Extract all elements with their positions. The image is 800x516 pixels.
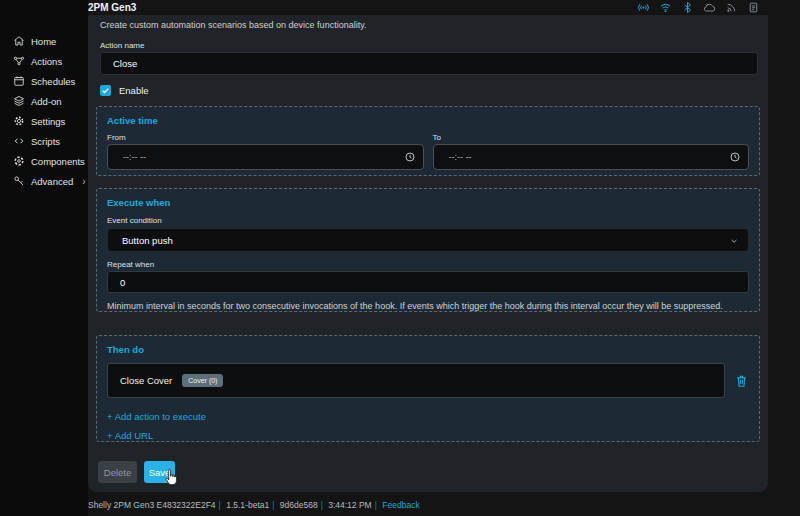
active-time-title: Active time bbox=[107, 115, 749, 126]
execute-when-title: Execute when bbox=[107, 197, 749, 208]
sidebar-item-home[interactable]: Home bbox=[0, 31, 88, 51]
sidebar-item-label: Schedules bbox=[31, 76, 75, 87]
chevron-down-icon bbox=[729, 236, 739, 246]
feedback-link[interactable]: Feedback bbox=[382, 500, 419, 510]
footer-time: 3:44:12 PM bbox=[328, 500, 371, 510]
to-label: To bbox=[433, 133, 750, 142]
footer-separator: | bbox=[219, 500, 221, 510]
from-time-input[interactable] bbox=[107, 144, 424, 170]
execute-when-section: Execute when Event condition Button push… bbox=[96, 188, 760, 312]
clock-icon[interactable] bbox=[404, 151, 416, 163]
sidebar-item-label: Advanced bbox=[31, 176, 73, 187]
event-condition-select[interactable]: Button push bbox=[107, 228, 749, 252]
sidebar-item-components[interactable]: Components bbox=[0, 151, 88, 171]
access-point-icon[interactable] bbox=[637, 1, 650, 14]
sidebar-item-addon[interactable]: Add-on bbox=[0, 91, 88, 111]
enable-checkbox[interactable] bbox=[100, 85, 111, 96]
footer-separator: | bbox=[321, 500, 323, 510]
code-icon bbox=[13, 135, 25, 147]
main-panel: Create custom automation scenarios based… bbox=[88, 15, 768, 492]
footer-version: 1.5.1-beta1 bbox=[226, 500, 269, 510]
device-title: 2PM Gen3 bbox=[88, 2, 136, 13]
to-time-input[interactable] bbox=[433, 144, 750, 170]
repeat-when-input[interactable] bbox=[107, 271, 749, 293]
add-url-link[interactable]: + Add URL bbox=[107, 430, 749, 441]
cloud-icon[interactable] bbox=[703, 1, 716, 14]
footer-separator: | bbox=[375, 500, 377, 510]
configured-action[interactable]: Close Cover Cover (0) bbox=[107, 363, 725, 398]
debug-log-icon[interactable] bbox=[747, 1, 760, 14]
clock-icon[interactable] bbox=[729, 151, 741, 163]
footer-device-id: Shelly 2PM Gen3 E4832322E2F4 bbox=[88, 500, 216, 510]
sidebar-item-scripts[interactable]: Scripts bbox=[0, 131, 88, 151]
delete-button[interactable]: Delete bbox=[98, 461, 137, 483]
footer-build: 9d6de568 bbox=[280, 500, 318, 510]
mqtt-icon[interactable] bbox=[725, 1, 738, 14]
sidebar-item-settings[interactable]: Settings bbox=[0, 111, 88, 131]
key-icon bbox=[13, 175, 25, 187]
sidebar-item-label: Home bbox=[31, 36, 56, 47]
repeat-help-text: Minimum interval in seconds for two cons… bbox=[107, 301, 749, 312]
add-action-link[interactable]: + Add action to execute bbox=[107, 411, 749, 422]
event-condition-value: Button push bbox=[122, 235, 173, 246]
trash-icon[interactable] bbox=[734, 373, 749, 389]
then-do-section: Then do Close Cover Cover (0) + Add acti… bbox=[96, 335, 760, 442]
layers-icon bbox=[13, 95, 25, 107]
sidebar-item-advanced[interactable]: Advanced › bbox=[0, 171, 88, 191]
save-button[interactable]: Save bbox=[144, 461, 175, 483]
sidebar-item-label: Add-on bbox=[31, 96, 62, 107]
sidebar-item-label: Actions bbox=[31, 56, 62, 67]
calendar-icon bbox=[13, 75, 25, 87]
event-condition-label: Event condition bbox=[107, 216, 749, 225]
actions-icon bbox=[13, 55, 25, 67]
checkmark-icon bbox=[101, 86, 110, 95]
action-name-label: Action name bbox=[100, 41, 756, 50]
footer: Shelly 2PM Gen3 E4832322E2F4| 1.5.1-beta… bbox=[88, 500, 800, 510]
action-name-input[interactable] bbox=[100, 52, 758, 75]
action-target-badge: Cover (0) bbox=[182, 374, 223, 387]
action-label: Close Cover bbox=[120, 375, 172, 386]
sidebar-item-actions[interactable]: Actions bbox=[0, 51, 88, 71]
status-icons bbox=[637, 1, 760, 14]
page-description: Create custom automation scenarios based… bbox=[100, 20, 756, 30]
enable-label: Enable bbox=[119, 85, 149, 96]
components-icon bbox=[13, 155, 25, 167]
wifi-icon[interactable] bbox=[659, 1, 672, 14]
from-label: From bbox=[107, 133, 424, 142]
top-bar: 2PM Gen3 bbox=[88, 0, 800, 15]
gear-icon bbox=[13, 115, 25, 127]
home-icon bbox=[13, 35, 25, 47]
then-do-title: Then do bbox=[107, 344, 749, 355]
footer-separator: | bbox=[272, 500, 274, 510]
sidebar-item-label: Components bbox=[31, 156, 85, 167]
sidebar: Home Actions Schedules Add-on Settings S… bbox=[0, 0, 88, 516]
sidebar-item-schedules[interactable]: Schedules bbox=[0, 71, 88, 91]
bluetooth-icon[interactable] bbox=[681, 1, 694, 14]
sidebar-item-label: Scripts bbox=[31, 136, 60, 147]
sidebar-item-label: Settings bbox=[31, 116, 65, 127]
chevron-right-icon: › bbox=[82, 176, 85, 187]
active-time-section: Active time From To bbox=[96, 106, 760, 176]
repeat-when-label: Repeat when bbox=[107, 260, 749, 269]
